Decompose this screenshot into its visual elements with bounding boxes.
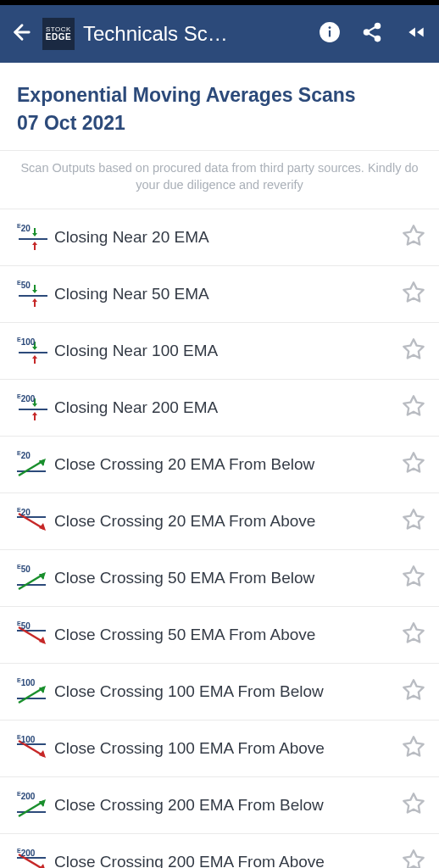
svg-marker-19 bbox=[403, 340, 423, 359]
share-icon[interactable] bbox=[361, 21, 383, 47]
scan-list-item[interactable]: E50 Close Crossing 50 EMA From Above bbox=[0, 607, 439, 664]
svg-point-2 bbox=[329, 26, 331, 29]
scan-type-icon: E50 bbox=[14, 564, 54, 593]
svg-point-4 bbox=[364, 30, 369, 34]
scan-list-item[interactable]: E50 Closing Near 50 EMA bbox=[0, 266, 439, 323]
svg-marker-27 bbox=[403, 453, 423, 472]
svg-marker-55 bbox=[403, 851, 423, 868]
favorite-star-icon[interactable] bbox=[402, 621, 425, 648]
favorite-star-icon[interactable] bbox=[402, 451, 425, 478]
scan-type-icon: E20 bbox=[14, 507, 54, 536]
app-logo: STOCK EDGE bbox=[42, 18, 75, 50]
back-button[interactable] bbox=[10, 20, 34, 47]
favorite-star-icon[interactable] bbox=[402, 792, 425, 819]
scan-type-icon: E20 bbox=[14, 223, 54, 252]
scan-list-item[interactable]: E200 Close Crossing 200 EMA From Below bbox=[0, 777, 439, 834]
scan-type-icon: E200 bbox=[14, 393, 54, 422]
page-heading-line1: Exponential Moving Averages Scans bbox=[17, 81, 422, 109]
page-heading-line2: 07 Oct 2021 bbox=[17, 109, 422, 137]
scan-item-label: Close Crossing 100 EMA From Below bbox=[54, 682, 402, 701]
disclaimer-text: Scan Outputs based on procured data from… bbox=[0, 150, 439, 209]
favorite-star-icon[interactable] bbox=[402, 508, 425, 535]
scan-type-icon: E20 bbox=[14, 450, 54, 479]
favorite-star-icon[interactable] bbox=[402, 849, 425, 868]
svg-line-6 bbox=[369, 27, 375, 31]
svg-line-7 bbox=[369, 34, 375, 37]
svg-point-3 bbox=[375, 24, 380, 28]
rewind-icon[interactable] bbox=[403, 21, 429, 47]
scan-item-label: Closing Near 100 EMA bbox=[54, 342, 402, 360]
scan-list-item[interactable]: E50 Close Crossing 50 EMA From Below bbox=[0, 550, 439, 607]
logo-text-2: EDGE bbox=[46, 33, 71, 42]
scan-type-icon: E200 bbox=[14, 848, 54, 868]
svg-point-5 bbox=[375, 36, 380, 41]
favorite-star-icon[interactable] bbox=[402, 735, 425, 762]
scan-item-label: Closing Near 50 EMA bbox=[54, 285, 402, 303]
favorite-star-icon[interactable] bbox=[402, 337, 425, 364]
scan-type-icon: E100 bbox=[14, 677, 54, 706]
svg-marker-39 bbox=[403, 624, 423, 643]
scan-list: E20 Closing Near 20 EMA E50 Closing Near… bbox=[0, 209, 439, 868]
scan-type-icon: E100 bbox=[14, 337, 54, 365]
scan-item-label: Closing Near 200 EMA bbox=[54, 398, 402, 417]
scan-type-icon: E50 bbox=[14, 280, 54, 309]
scan-item-label: Close Crossing 50 EMA From Below bbox=[54, 569, 402, 587]
scan-item-label: Close Crossing 200 EMA From Below bbox=[54, 796, 402, 815]
scan-item-label: Close Crossing 50 EMA From Above bbox=[54, 626, 402, 644]
info-icon[interactable] bbox=[319, 21, 341, 47]
scan-type-icon: E100 bbox=[14, 734, 54, 763]
scan-list-item[interactable]: E20 Closing Near 20 EMA bbox=[0, 209, 439, 266]
favorite-star-icon[interactable] bbox=[402, 394, 425, 421]
scan-type-icon: E50 bbox=[14, 620, 54, 649]
page-title-header: Technicals Sc… bbox=[83, 22, 298, 46]
scan-list-item[interactable]: E100 Close Crossing 100 EMA From Above bbox=[0, 721, 439, 777]
scan-item-label: Close Crossing 200 EMA From Above bbox=[54, 853, 402, 868]
scan-type-icon: E200 bbox=[14, 791, 54, 820]
favorite-star-icon[interactable] bbox=[402, 678, 425, 705]
scan-item-label: Close Crossing 20 EMA From Below bbox=[54, 455, 402, 474]
svg-marker-43 bbox=[403, 681, 423, 699]
app-header: STOCK EDGE Technicals Sc… bbox=[0, 5, 439, 63]
favorite-star-icon[interactable] bbox=[402, 224, 425, 251]
scan-list-item[interactable]: E200 Close Crossing 200 EMA From Above bbox=[0, 834, 439, 868]
scan-list-item[interactable]: E20 Close Crossing 20 EMA From Below bbox=[0, 437, 439, 493]
scan-list-item[interactable]: E100 Closing Near 100 EMA bbox=[0, 323, 439, 380]
scan-item-label: Close Crossing 20 EMA From Above bbox=[54, 512, 402, 531]
svg-marker-23 bbox=[403, 397, 423, 415]
scan-list-item[interactable]: E200 Closing Near 200 EMA bbox=[0, 380, 439, 437]
svg-marker-15 bbox=[403, 283, 423, 302]
scan-item-label: Close Crossing 100 EMA From Above bbox=[54, 739, 402, 758]
svg-marker-35 bbox=[403, 567, 423, 586]
svg-marker-11 bbox=[403, 226, 423, 245]
scan-list-item[interactable]: E100 Close Crossing 100 EMA From Below bbox=[0, 664, 439, 721]
svg-marker-47 bbox=[403, 737, 423, 756]
page-heading-area: Exponential Moving Averages Scans 07 Oct… bbox=[0, 63, 439, 150]
svg-rect-1 bbox=[329, 31, 331, 37]
svg-marker-31 bbox=[403, 510, 423, 529]
favorite-star-icon[interactable] bbox=[402, 565, 425, 592]
favorite-star-icon[interactable] bbox=[402, 281, 425, 308]
svg-marker-51 bbox=[403, 794, 423, 813]
scan-item-label: Closing Near 20 EMA bbox=[54, 228, 402, 247]
scan-list-item[interactable]: E20 Close Crossing 20 EMA From Above bbox=[0, 493, 439, 550]
